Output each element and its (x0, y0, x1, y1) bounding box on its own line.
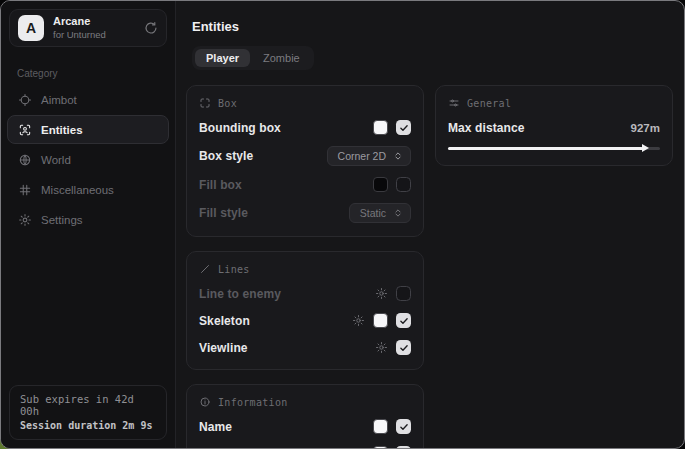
setting-row-bounding-box: Bounding box (199, 119, 411, 136)
lines-panel: Lines Line to enemy (186, 251, 424, 370)
subscription-card: Sub expires in 42d 00h Session duration … (9, 385, 167, 440)
sidebar-nav: Aimbot Entities (1, 85, 175, 235)
max-distance-value: 927m (631, 122, 660, 134)
tab-zombie[interactable]: Zombie (252, 49, 311, 67)
setting-label: Name (199, 420, 232, 434)
brand-card: A Arcane for Unturned (9, 9, 167, 47)
setting-row-distance: Distance (199, 445, 411, 449)
entity-scan-icon (18, 123, 32, 137)
setting-label: Max distance (448, 121, 525, 135)
setting-row-fill-style: Fill style Static (199, 203, 411, 223)
dropdown-value: Static (360, 207, 386, 219)
color-swatch[interactable] (373, 313, 388, 328)
info-icon (199, 396, 211, 408)
crosshair-icon (18, 93, 32, 107)
fill-style-dropdown[interactable]: Static (349, 203, 411, 223)
sidebar: A Arcane for Unturned Category (1, 1, 176, 448)
session-duration-text: Session duration 2m 9s (20, 420, 156, 431)
setting-label: Skeleton (199, 314, 250, 328)
setting-label: Box style (199, 149, 253, 163)
panel-title: General (467, 98, 511, 109)
grid-icon (18, 183, 32, 197)
screen: A Arcane for Unturned Category (0, 0, 685, 449)
gear-icon (18, 213, 32, 227)
setting-row-line-to-enemy: Line to enemy (199, 285, 411, 302)
setting-row-fill-box: Fill box (199, 176, 411, 193)
sidebar-item-label: Aimbot (41, 94, 77, 106)
sidebar-item-label: Settings (41, 214, 83, 226)
main-content: Entities Player Zombie (176, 1, 685, 448)
chevrons-up-down-icon (393, 151, 403, 161)
setting-label: Fill box (199, 178, 242, 192)
viewline-checkbox[interactable] (396, 340, 411, 355)
sidebar-item-entities[interactable]: Entities (7, 115, 169, 144)
dropdown-value: Corner 2D (338, 150, 386, 162)
box-style-dropdown[interactable]: Corner 2D (327, 146, 411, 166)
sub-expires-text: Sub expires in 42d 00h (20, 393, 156, 417)
box-corners-icon (199, 97, 211, 109)
setting-row-max-distance: Max distance 927m (448, 119, 660, 136)
globe-icon (18, 153, 32, 167)
panel-title: Lines (218, 264, 250, 275)
arcane-window: A Arcane for Unturned Category (0, 0, 685, 449)
setting-label: Fill style (199, 206, 248, 220)
line-icon (199, 263, 211, 275)
slider-thumb[interactable] (642, 144, 649, 152)
setting-row-name: Name (199, 418, 411, 435)
setting-row-skeleton: Skeleton (199, 312, 411, 329)
row-settings-gear-icon[interactable] (375, 287, 388, 300)
sidebar-item-label: Entities (41, 124, 83, 136)
skeleton-checkbox[interactable] (396, 313, 411, 328)
sliders-icon (448, 97, 460, 109)
right-column: General Max distance 927m (435, 85, 673, 166)
box-panel: Box Bounding box (186, 85, 424, 237)
setting-row-box-style: Box style Corner 2D (199, 146, 411, 166)
slider-fill (448, 147, 643, 150)
setting-label: Bounding box (199, 121, 281, 135)
name-checkbox[interactable] (396, 419, 411, 434)
sidebar-item-miscellaneous[interactable]: Miscellaneous (7, 175, 169, 204)
max-distance-slider[interactable] (448, 144, 660, 152)
sidebar-item-label: World (41, 154, 71, 166)
line-to-enemy-checkbox[interactable] (396, 286, 411, 301)
fill-box-checkbox[interactable] (396, 177, 411, 192)
chevrons-up-down-icon (393, 208, 403, 218)
setting-label: Line to enemy (199, 287, 281, 301)
setting-row-viewline: Viewline (199, 339, 411, 356)
panel-title: Box (218, 98, 237, 109)
sidebar-item-world[interactable]: World (7, 145, 169, 174)
app-logo: A (18, 15, 44, 41)
color-swatch[interactable] (373, 177, 388, 192)
color-swatch[interactable] (373, 419, 388, 434)
bounding-box-checkbox[interactable] (396, 120, 411, 135)
row-settings-gear-icon[interactable] (375, 341, 388, 354)
sidebar-item-aimbot[interactable]: Aimbot (7, 85, 169, 114)
information-panel: Information Name (186, 384, 424, 449)
panels-area: Box Bounding box (186, 85, 673, 449)
app-subtitle: for Unturned (53, 29, 106, 41)
panel-title: Information (218, 397, 288, 408)
page-title: Entities (192, 19, 673, 34)
app-name: Arcane (53, 15, 106, 29)
general-panel: General Max distance 927m (435, 85, 673, 166)
color-swatch[interactable] (373, 120, 388, 135)
setting-label: Viewline (199, 341, 248, 355)
entity-tabs: Player Zombie (192, 46, 314, 70)
left-column: Box Bounding box (186, 85, 424, 449)
reload-icon[interactable] (144, 21, 158, 35)
sidebar-item-settings[interactable]: Settings (7, 205, 169, 234)
category-label: Category (17, 68, 159, 79)
brand-text: Arcane for Unturned (53, 15, 106, 41)
sidebar-item-label: Miscellaneous (41, 184, 114, 196)
row-settings-gear-icon[interactable] (352, 314, 365, 327)
tab-player[interactable]: Player (195, 49, 250, 67)
